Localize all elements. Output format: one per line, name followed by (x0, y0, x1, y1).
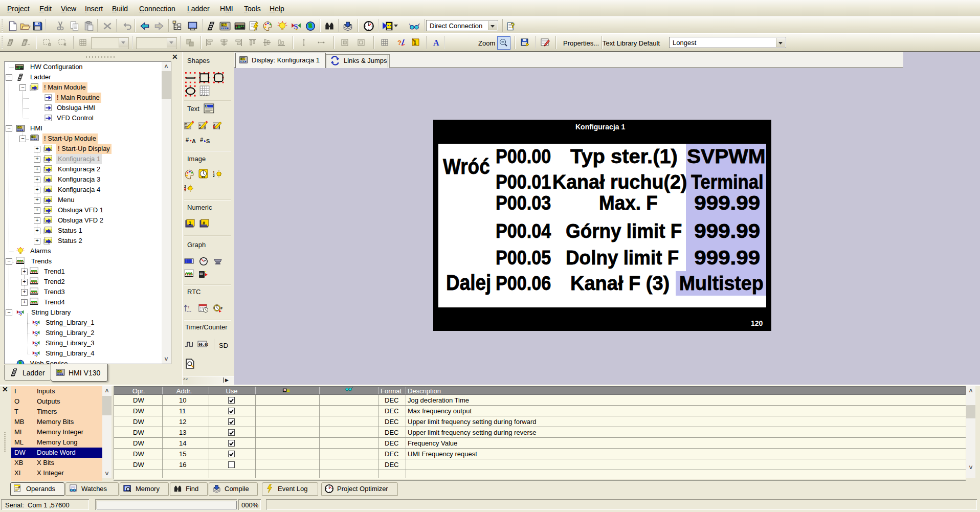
svg-text:01: 01 (202, 175, 205, 179)
svg-text:#: # (186, 137, 189, 143)
svg-text:2: 2 (213, 174, 215, 177)
svg-text:#: # (220, 306, 222, 310)
svg-text:?: ? (511, 21, 515, 30)
svg-text:HMI: HMI (240, 57, 246, 60)
svg-text:#: # (200, 137, 203, 143)
svg-text:S: S (206, 138, 210, 144)
svg-text:2: 2 (184, 185, 186, 188)
svg-text:HMI: HMI (221, 23, 228, 27)
svg-text:A: A (205, 105, 208, 108)
svg-text:A: A (433, 38, 439, 47)
svg-text:HMI: HMI (32, 136, 37, 138)
svg-text:HMI: HMI (57, 370, 62, 373)
svg-text:HMI: HMI (17, 126, 23, 129)
svg-text:A: A (192, 138, 196, 144)
svg-text:00:01: 00:01 (198, 343, 208, 347)
svg-text:t: t (188, 305, 189, 309)
svg-text:SD: SD (199, 272, 203, 275)
svg-text:?: ? (397, 39, 402, 47)
svg-text:1: 1 (213, 170, 215, 174)
